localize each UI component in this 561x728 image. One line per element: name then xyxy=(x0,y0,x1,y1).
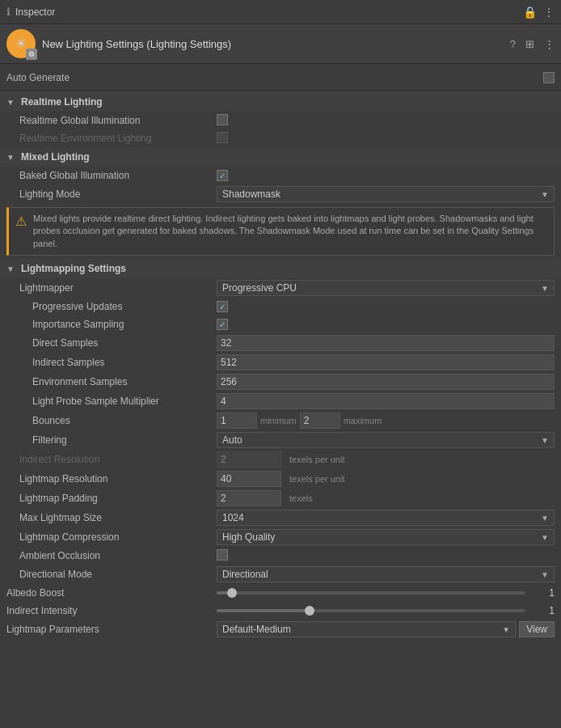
lighting-mode-value: Shadowmask ▼ xyxy=(217,186,555,202)
bounces-min-input[interactable] xyxy=(217,413,257,429)
indirect-intensity-row: Indirect Intensity 1 xyxy=(0,602,561,620)
lightmap-resolution-suffix: texels per unit xyxy=(289,474,344,484)
mixed-lighting-section[interactable]: ▼ Mixed Lighting xyxy=(0,147,561,167)
progressive-updates-label: Progressive Updates xyxy=(6,301,217,312)
max-lightmap-size-row: Max Lightmap Size 1024 ▼ xyxy=(0,508,561,527)
indirect-samples-row: Indirect Samples xyxy=(0,353,561,372)
progressive-updates-value: ✓ xyxy=(217,301,555,313)
environment-samples-input[interactable] xyxy=(217,374,555,390)
ambient-occlusion-row: Ambient Occlusion xyxy=(0,547,561,565)
lightmap-parameters-label: Lightmap Parameters xyxy=(6,624,217,635)
lightmap-compression-arrow: ▼ xyxy=(541,533,549,542)
directional-mode-value: Directional ▼ xyxy=(217,566,555,582)
indirect-resolution-label: Indirect Resolution xyxy=(6,454,217,465)
max-lightmap-size-dropdown[interactable]: 1024 ▼ xyxy=(217,510,555,526)
importance-sampling-row: Importance Sampling ✓ xyxy=(0,315,561,333)
lightmap-padding-row: Lightmap Padding texels xyxy=(0,489,561,508)
lock-icon[interactable]: 🔒 xyxy=(523,6,537,19)
ambient-occlusion-label: Ambient Occlusion xyxy=(6,550,217,561)
lightmap-resolution-input[interactable] xyxy=(217,471,281,487)
warning-box: ⚠ Mixed lights provide realtime direct l… xyxy=(6,207,555,256)
indirect-resolution-input[interactable] xyxy=(217,451,281,468)
albedo-boost-row: Albedo Boost 1 xyxy=(0,584,561,602)
indirect-intensity-fill xyxy=(217,609,310,612)
realtime-gi-checkbox[interactable] xyxy=(217,114,228,125)
lightmap-parameters-value: Default-Medium ▼ View xyxy=(217,621,555,637)
realtime-lighting-section[interactable]: ▼ Realtime Lighting xyxy=(0,92,561,112)
lightmapping-settings-section[interactable]: ▼ Lightmapping Settings xyxy=(0,259,561,278)
light-probe-value xyxy=(217,393,555,409)
lightmap-compression-value: High Quality ▼ xyxy=(217,529,555,545)
direct-samples-value xyxy=(217,335,555,351)
bounces-max-input[interactable] xyxy=(300,413,340,429)
indirect-intensity-value: 1 xyxy=(530,605,555,616)
lightmapper-text: Progressive CPU xyxy=(222,282,297,294)
indirect-intensity-slider[interactable] xyxy=(217,609,525,612)
lighting-mode-dropdown[interactable]: Shadowmask ▼ xyxy=(217,186,555,202)
realtime-lighting-title: Realtime Lighting xyxy=(21,96,103,108)
tune-icon[interactable]: ⊞ xyxy=(525,38,534,50)
direct-samples-label: Direct Samples xyxy=(6,337,217,349)
filtering-dropdown[interactable]: Auto ▼ xyxy=(217,432,555,448)
mixed-lighting-title: Mixed Lighting xyxy=(21,151,90,163)
max-lightmap-size-text: 1024 xyxy=(222,512,244,523)
component-icon: ☀ ⚙ xyxy=(6,29,36,58)
indirect-intensity-thumb[interactable] xyxy=(305,606,314,616)
lighting-mode-label: Lighting Mode xyxy=(6,188,217,200)
realtime-env-checkbox[interactable] xyxy=(217,132,228,143)
menu-icon[interactable]: ⋮ xyxy=(543,6,555,19)
progressive-updates-checkbox[interactable]: ✓ xyxy=(217,301,228,312)
albedo-boost-thumb[interactable] xyxy=(227,588,237,598)
lighting-mode-row: Lighting Mode Shadowmask ▼ xyxy=(0,184,561,204)
help-icon[interactable]: ? xyxy=(510,38,516,50)
lightmap-compression-dropdown[interactable]: High Quality ▼ xyxy=(217,529,555,545)
indirect-resolution-row: Indirect Resolution texels per unit xyxy=(0,450,561,469)
ambient-occlusion-value xyxy=(217,549,555,563)
importance-sampling-value: ✓ xyxy=(217,319,555,331)
importance-sampling-checkbox[interactable]: ✓ xyxy=(217,319,228,330)
icon-badge: ⚙ xyxy=(26,49,37,60)
lightmap-parameters-arrow: ▼ xyxy=(502,625,510,634)
bounces-max-label: maximum xyxy=(344,416,382,425)
ambient-occlusion-checkbox[interactable] xyxy=(217,549,228,561)
lightmap-resolution-label: Lightmap Resolution xyxy=(6,473,217,485)
header-left: ☀ ⚙ New Lighting Settings (Lighting Sett… xyxy=(6,29,231,58)
lightmap-compression-label: Lightmap Compression xyxy=(6,531,217,543)
indirect-samples-input[interactable] xyxy=(217,354,555,370)
filtering-row: Filtering Auto ▼ xyxy=(0,430,561,450)
albedo-boost-slider[interactable] xyxy=(217,591,525,595)
directional-mode-text: Directional xyxy=(222,569,268,580)
inspector-content: Auto Generate ▼ Realtime Lighting Realti… xyxy=(0,64,561,642)
importance-sampling-label: Importance Sampling xyxy=(6,319,217,330)
view-button[interactable]: View xyxy=(519,621,555,637)
directional-mode-row: Directional Mode Directional ▼ xyxy=(0,565,561,584)
indirect-intensity-slider-container: 1 xyxy=(217,605,555,616)
direct-samples-input[interactable] xyxy=(217,335,555,351)
light-probe-input[interactable] xyxy=(217,393,555,409)
lightmap-compression-text: High Quality xyxy=(222,531,275,543)
info-icon: ℹ xyxy=(6,6,11,18)
lightmapper-dropdown[interactable]: Progressive CPU ▼ xyxy=(217,280,555,296)
lightmap-padding-input[interactable] xyxy=(217,490,281,506)
filtering-value: Auto ▼ xyxy=(217,432,555,448)
albedo-boost-label: Albedo Boost xyxy=(6,587,217,599)
bounces-min-label: minimum xyxy=(260,416,297,425)
lightmap-parameters-dropdown[interactable]: Default-Medium ▼ xyxy=(217,621,516,637)
realtime-env-row: Realtime Environment Lighting xyxy=(0,129,561,147)
baked-gi-value: ✓ xyxy=(217,170,555,182)
directional-mode-arrow: ▼ xyxy=(541,570,549,579)
lightmap-padding-value: texels xyxy=(217,490,555,506)
albedo-boost-slider-container: 1 xyxy=(217,587,555,599)
filtering-arrow: ▼ xyxy=(541,436,549,445)
lightmap-parameters-row: Lightmap Parameters Default-Medium ▼ Vie… xyxy=(0,620,561,639)
auto-generate-checkbox[interactable] xyxy=(543,72,555,83)
header-right: ? ⊞ ⋮ xyxy=(510,38,555,50)
baked-gi-checkbox[interactable]: ✓ xyxy=(217,170,228,181)
baked-gi-label: Baked Global Illumination xyxy=(6,170,217,181)
triangle-icon: ▼ xyxy=(6,97,16,107)
overflow-icon[interactable]: ⋮ xyxy=(544,38,555,50)
realtime-gi-value xyxy=(217,114,555,128)
lightmap-resolution-value: texels per unit xyxy=(217,471,555,487)
directional-mode-dropdown[interactable]: Directional ▼ xyxy=(217,566,555,582)
filtering-label: Filtering xyxy=(6,434,217,446)
